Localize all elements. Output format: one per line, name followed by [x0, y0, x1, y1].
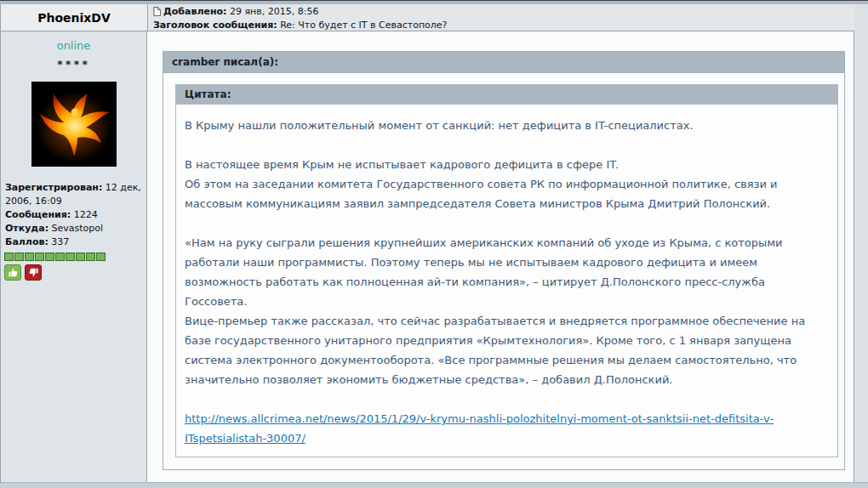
inner-quote-block: Цитата: В Крыму нашли положительный моме… — [175, 84, 838, 457]
rating-square — [66, 253, 75, 261]
quote-paragraph: В настоящее время Крым не испытывает кад… — [185, 155, 829, 213]
user-info: Зарегистрирован: 12 дек, 2006, 16:09 Соо… — [1, 181, 146, 249]
rating-square — [96, 253, 106, 261]
quote-paragraph: В Крыму нашли положительный момент от са… — [185, 116, 829, 135]
post-header-row: PhoenixDV Добавлено: 29 янв, 2015, 8:56 … — [1, 4, 854, 31]
avatar — [31, 82, 117, 167]
rating-square — [25, 253, 34, 261]
outer-quote-block: cramber писал(а): Цитата: В Крыму нашли … — [163, 51, 845, 470]
rating-square — [35, 253, 44, 261]
inner-quote-header: Цитата: — [176, 85, 837, 105]
quote-link[interactable]: http://news.allcrimea.net/news/2015/1/29… — [185, 409, 829, 448]
post-page-icon — [153, 7, 161, 20]
rating-bar — [1, 253, 146, 261]
vote-buttons — [1, 264, 146, 281]
rating-square — [76, 253, 85, 261]
posted-line: Добавлено: 29 янв, 2015, 8:56 — [153, 6, 849, 20]
forum-post-table: PhoenixDV Добавлено: 29 янв, 2015, 8:56 … — [0, 4, 854, 482]
messages-value: 1224 — [74, 209, 98, 220]
from-label: Откуда: — [5, 223, 49, 234]
rating-square — [86, 253, 95, 261]
quote-paragraph: «Нам на руку сыграли решения крупнейших … — [185, 233, 829, 389]
points-label: Баллов: — [5, 236, 49, 247]
outer-quote-body: Цитата: В Крыму нашли положительный моме… — [163, 73, 844, 469]
subject-line: Заголовок сообщения: Re: Что будет с IT … — [153, 20, 849, 31]
thumbs-up-icon[interactable] — [4, 264, 21, 281]
rating-square — [55, 253, 65, 261]
rank-stars: **** — [1, 58, 146, 71]
registered-label: Зарегистрирован: — [5, 182, 102, 193]
thumbs-down-icon[interactable] — [25, 264, 42, 281]
rating-square — [14, 253, 24, 261]
post-subject-cell: Добавлено: 29 янв, 2015, 8:56 Заголовок … — [148, 4, 854, 31]
messages-label: Сообщения: — [5, 209, 71, 220]
user-sidebar: online **** — [1, 31, 147, 482]
bottom-bar — [0, 482, 868, 488]
post-author: PhoenixDV — [1, 4, 148, 31]
post-body-row: online **** — [1, 31, 854, 482]
outer-quote-header: cramber писал(а): — [163, 52, 844, 73]
posted-label: Добавлено: — [163, 6, 227, 17]
inner-quote-body: В Крыму нашли положительный момент от са… — [176, 105, 837, 457]
subject-value: Re: Что будет с IT в Севастополе? — [280, 20, 447, 31]
rating-square — [4, 253, 14, 261]
online-status: online — [1, 39, 146, 52]
points-value: 337 — [51, 236, 69, 247]
quote-paragraphs: В Крыму нашли положительный момент от са… — [185, 116, 829, 389]
rating-square — [45, 253, 54, 261]
subject-label: Заголовок сообщения: — [153, 20, 277, 31]
post-content-cell: cramber писал(а): Цитата: В Крыму нашли … — [147, 31, 854, 482]
posted-value: 29 янв, 2015, 8:56 — [230, 6, 318, 17]
from-value: Sevastopol — [52, 223, 104, 234]
